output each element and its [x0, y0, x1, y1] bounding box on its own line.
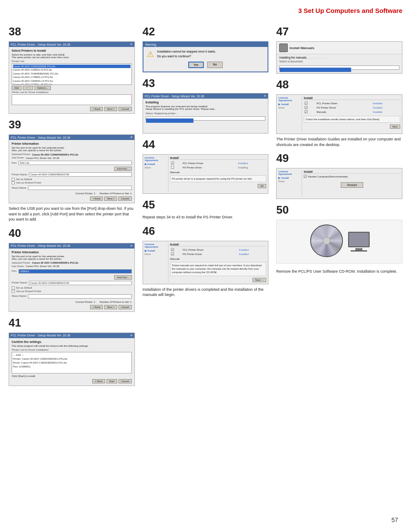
pcl-check2	[171, 248, 174, 251]
step-45-block: 45 Repeat steps 34 to 43 to install the …	[143, 199, 269, 220]
cancel-btn[interactable]: Cancel	[118, 107, 132, 111]
step-40-body: Printer Information Set the port to be u…	[9, 249, 134, 311]
pcl-check3	[305, 102, 308, 105]
manuals-label-46: Manuals	[170, 258, 267, 260]
next-btn[interactable]: Next >	[104, 196, 117, 201]
left-nav-46: License Agreement ▶ Install Done	[145, 243, 168, 282]
step-49-block: 49 License Agreement ▶ Install Done Inst…	[276, 152, 402, 199]
step-40-screenshot: PCL Printer Driver - Setup Wizard Ver. 2…	[9, 243, 135, 312]
manuals-progress	[279, 65, 399, 70]
ps-check	[171, 166, 174, 169]
no-button[interactable]: No	[207, 62, 223, 68]
step-38-titlebar: PCL Printer Driver - Setup Wizard Ver. 2…	[9, 42, 134, 47]
next-btn-48[interactable]: Next	[390, 124, 400, 129]
use-shared-check2[interactable]	[12, 290, 15, 293]
step-50-number: 50	[276, 204, 402, 215]
set-default-check[interactable]	[12, 178, 15, 181]
back-btn[interactable]: < Back	[90, 107, 103, 111]
list-item[interactable]: Canon iR-ADV C3000s-A5 PCLSe	[13, 83, 131, 85]
dialog-title: Warning	[143, 42, 268, 47]
back-btn[interactable]: < Back	[92, 379, 106, 383]
cd-rom-visual	[309, 224, 344, 259]
install-table-46: PCL Printer Driver Installed PS Printer …	[170, 248, 267, 256]
install-table-48: PCL Printer Driver Installed PS Printer …	[304, 101, 400, 114]
list-item[interactable]: Canon iR-ADV C9000/0-c4 PCLSe	[13, 79, 131, 83]
step-39-screenshot: PCL Printer Driver - Setup Wizard Ver. 2…	[9, 134, 135, 203]
sort-btn[interactable]: ↑ ↑ ↑	[23, 86, 33, 90]
table-row: Manuals Installed	[304, 110, 400, 114]
dialog-buttons: Yes No	[147, 62, 265, 68]
step-38-installlist[interactable]	[12, 94, 132, 105]
step-42-number: 42	[143, 26, 269, 37]
step-39-number: 39	[9, 119, 135, 130]
step-38-printerlist[interactable]: Canon iR-ADV C3500/3530E PCLSe Canon iR-…	[12, 63, 132, 85]
step-41-installlist[interactable]: → Add → Printer: Canon iR-ADV C3000/3500…	[12, 352, 132, 373]
cancel-btn[interactable]: Cancel	[118, 305, 132, 309]
step-45-text: Repeat steps 34 to 43 to install the PS …	[143, 215, 269, 220]
restart-btn[interactable]: Restart	[341, 182, 364, 188]
manuals-icon	[279, 44, 288, 52]
list-item[interactable]: Canon iR-ADV C3500m-N PCLSe	[13, 68, 131, 72]
yes-button[interactable]: Yes	[188, 62, 204, 68]
step-42-dialog: Warning ⚠ Installation cannot be stopped…	[143, 41, 269, 72]
list-item[interactable]: Canon iR-ADV 7046/8085/9281 PCLSe	[13, 72, 131, 75]
set-default-check2[interactable]	[12, 286, 15, 289]
cancel-btn[interactable]: Cancel	[118, 379, 132, 383]
step-44-body: License Agreement ▶ Install Done Install…	[143, 155, 268, 193]
step-41-screenshot: PCL Printer Driver - Setup Wizard Ver. 2…	[9, 333, 135, 386]
step-43-screenshot: PCL Printer Driver - Setup Wizard Ver. 2…	[143, 93, 269, 134]
options-btn[interactable]: Options...	[34, 86, 51, 90]
next-btn-46[interactable]: Next →	[252, 278, 266, 282]
step-40-block: 40 PCL Printer Driver - Setup Wizard Ver…	[9, 227, 135, 312]
step-39-block: 39 PCL Printer Driver - Setup Wizard Ver…	[9, 119, 135, 222]
list-item[interactable]: Canon iR-ADV C3500/3530E PCLSe	[13, 65, 131, 68]
step-44-screenshot: License Agreement ▶ Install Done Install…	[143, 154, 269, 194]
manuals-notice-46: These manuals are required to make full …	[170, 262, 267, 276]
step-50-block: 50 Remove the PCL	[276, 204, 402, 274]
cd-hole	[323, 237, 330, 245]
share-name-field[interactable]	[28, 186, 131, 190]
list-item[interactable]: Canon iR-ADV C7580/0-c4 PCLSe	[13, 75, 131, 79]
add-btn[interactable]: Add	[12, 86, 22, 90]
step-47-number: 47	[276, 26, 402, 37]
step-41-titlebar: PCL Printer Driver - Setup Wizard Ver. 2…	[9, 333, 134, 338]
step-44-number: 44	[143, 139, 269, 150]
add-port-btn[interactable]: Add Port...	[114, 275, 131, 280]
step-41-block: 41 PCL Printer Driver - Setup Wizard Ver…	[9, 317, 135, 386]
printer-name-field[interactable]: Canon iR-ADV-C3000/3500rCF35	[29, 281, 132, 285]
step-49-screenshot: License Agreement ▶ Install Done Install…	[276, 168, 402, 199]
step-41-body: Confirm the settings. The setup program …	[9, 338, 134, 386]
printer-name-field[interactable]: Canon iR-ADV-C3000/3500rCF35	[29, 172, 132, 177]
ps-check3	[305, 106, 308, 109]
ok-btn[interactable]: OK	[258, 184, 267, 188]
step-38-number: 38	[9, 26, 135, 37]
start-btn[interactable]: Start	[106, 379, 117, 383]
page-number: 57	[391, 516, 398, 523]
back-btn[interactable]: < Back	[90, 305, 103, 309]
back-btn[interactable]: < Back	[90, 196, 103, 201]
restart-check	[304, 175, 307, 178]
warning-icon: ⚠	[147, 50, 154, 59]
cancel-btn[interactable]: Cancel	[118, 196, 132, 201]
table-row: PCL Printer Driver Installed	[170, 248, 267, 252]
add-port-btn[interactable]: Add Port...	[114, 167, 131, 171]
share-name-field2[interactable]	[28, 294, 131, 299]
port-field[interactable]: Test List	[19, 161, 132, 165]
step-41-number: 41	[9, 317, 135, 328]
step-50-desc: Remove the PCL/PS User Software CD-ROM. …	[276, 269, 402, 274]
step-46-desc: Installation of the printer drivers is c…	[143, 287, 269, 298]
use-shared-check[interactable]	[12, 181, 15, 184]
manuals-header: Install Manuals	[277, 42, 402, 54]
step-49-body: License Agreement ▶ Install Done Install…	[277, 168, 402, 199]
step-39-body: Printer Information Set the port to be u…	[9, 140, 134, 203]
port-field[interactable]: USB001	[19, 269, 132, 274]
table-row: PS Printer Driver Installing	[170, 165, 267, 170]
next-btn[interactable]: Next >	[104, 305, 117, 309]
step48-notice: Check the installation results shown abo…	[304, 116, 400, 123]
computer-base	[351, 250, 367, 252]
column-2: 42 Warning ⚠ Installation cannot be stop…	[143, 26, 269, 386]
step-47-block: 47 Install Manuals Installing the manual…	[276, 26, 402, 74]
next-btn[interactable]: Next >	[104, 107, 117, 111]
step-49-number: 49	[276, 152, 402, 164]
install-table: PCL Printer Driver Installed PS Printer …	[170, 161, 267, 170]
